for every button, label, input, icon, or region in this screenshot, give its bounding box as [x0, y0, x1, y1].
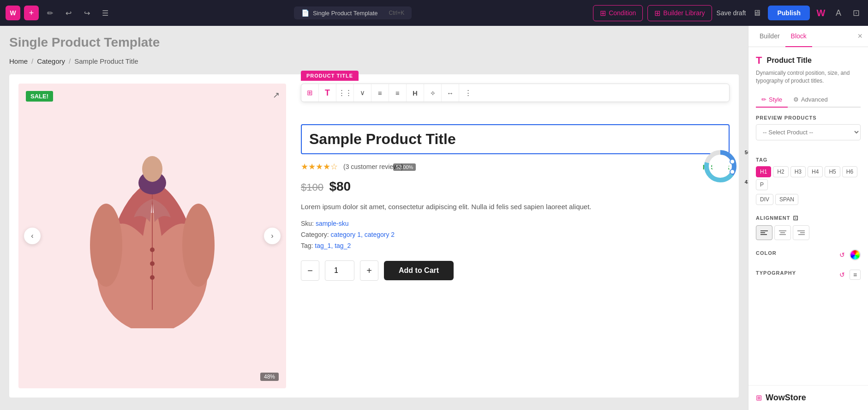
- svg-point-13: [730, 159, 735, 164]
- price-row: $100 $80: [301, 179, 730, 194]
- tag-div[interactable]: DIV: [756, 194, 773, 205]
- price-original: $100: [301, 181, 323, 193]
- toolbar-chevron-icon[interactable]: ∨: [354, 84, 371, 102]
- save-draft-button[interactable]: Save draft: [717, 9, 746, 17]
- next-image-button[interactable]: ›: [264, 228, 281, 244]
- rating-row: ★★★★☆ (3 customer reviews) In Stock: [301, 162, 730, 172]
- add-button[interactable]: +: [24, 6, 39, 20]
- donut-chart: [702, 148, 739, 185]
- donut-chart-container: 56.39% 43.61%: [702, 148, 739, 187]
- alignment-section: ALIGNMENT ⊡: [756, 214, 861, 240]
- prev-image-button[interactable]: ‹: [24, 228, 41, 244]
- align-center-button[interactable]: [774, 225, 791, 240]
- device-desktop-icon[interactable]: 🖥: [750, 6, 763, 19]
- add-to-cart-button[interactable]: Add to Cart: [384, 261, 454, 280]
- topbar-right: ⊞ Condition ⊞ Builder Library Save draft…: [593, 5, 862, 21]
- tag-p[interactable]: P: [756, 179, 768, 190]
- toolbar-grid-icon[interactable]: ⋮⋮: [336, 84, 354, 102]
- w-icon[interactable]: W: [814, 6, 827, 19]
- typography-section: TYPOGRAPHY ↺ ≡: [756, 270, 861, 280]
- tag-h3[interactable]: H3: [790, 166, 806, 177]
- advanced-icon: ⚙: [793, 96, 799, 103]
- svg-point-14: [730, 169, 735, 174]
- expand-icon[interactable]: ↗: [273, 90, 280, 100]
- sale-badge: SALE!: [26, 91, 53, 102]
- tag-h1[interactable]: H1: [756, 166, 771, 177]
- panel-close-button[interactable]: ×: [857, 31, 862, 41]
- breadcrumb-category[interactable]: Category: [37, 57, 65, 65]
- publish-button[interactable]: Publish: [768, 6, 810, 20]
- tag-h4[interactable]: H4: [808, 166, 823, 177]
- color-picker-button[interactable]: [850, 249, 861, 260]
- undo-button[interactable]: ↩: [61, 6, 76, 20]
- a-icon[interactable]: A: [832, 6, 845, 19]
- right-panel: Builder Block × T Product Title Dynamica…: [748, 26, 868, 410]
- subtab-style[interactable]: ✏ Style: [756, 92, 788, 108]
- tag-grid-2: DIV SPAN: [756, 194, 861, 205]
- toolbar-paint-icon[interactable]: ⟡: [424, 84, 442, 102]
- typography-settings-button[interactable]: ≡: [850, 270, 861, 280]
- product-description: Lorem ipsum dolor sit amet, consectetur …: [301, 201, 730, 212]
- breadcrumb-sep1: /: [31, 57, 33, 65]
- typography-reset-button[interactable]: ↺: [838, 270, 847, 279]
- product-title: Sample Product Title: [309, 131, 721, 148]
- product-image: [88, 144, 217, 328]
- typography-row: TYPOGRAPHY ↺ ≡: [756, 270, 861, 280]
- edit-button[interactable]: ✏: [42, 6, 57, 20]
- widget-title: Product Title: [766, 56, 812, 65]
- subtab-advanced[interactable]: ⚙ Advanced: [788, 92, 833, 108]
- svg-point-2: [150, 247, 155, 252]
- menu-button[interactable]: ☰: [98, 6, 113, 20]
- breadcrumb: Home / Category / Sample Product Title: [9, 57, 739, 65]
- tag-value[interactable]: tag_1, tag_2: [315, 242, 351, 249]
- toolbar-width-icon[interactable]: ↔: [442, 84, 459, 102]
- quantity-decrease-button[interactable]: −: [301, 260, 319, 281]
- toolbar-text-icon[interactable]: T: [319, 84, 336, 102]
- page-title: Single Product Template: [9, 35, 739, 50]
- align-right-button[interactable]: [793, 225, 809, 240]
- style-icon: ✏: [761, 96, 766, 103]
- tag-h2[interactable]: H2: [773, 166, 788, 177]
- product-sku: Sku: sample-sku: [301, 220, 730, 227]
- quantity-increase-button[interactable]: +: [360, 260, 378, 281]
- preview-product-select[interactable]: -- Select Product --: [756, 124, 861, 140]
- tag-h5[interactable]: H5: [825, 166, 840, 177]
- widget-icon: T: [756, 54, 762, 66]
- wowstore-logo-text: WowStore: [766, 393, 806, 403]
- redo-button[interactable]: ↪: [79, 6, 94, 20]
- breadcrumb-home[interactable]: Home: [9, 57, 28, 65]
- toolbar-align-left-icon[interactable]: ≡: [371, 84, 389, 102]
- toolbar-heading-icon[interactable]: H: [407, 84, 424, 102]
- toolbar-label: PRODUCT TITLE: [301, 71, 359, 81]
- wowstore-logo-icon: ⊞: [756, 393, 762, 402]
- toolbar-columns-icon[interactable]: ⊞: [301, 84, 319, 102]
- color-reset-button[interactable]: ↺: [838, 250, 847, 259]
- alignment-buttons: [756, 225, 861, 240]
- align-left-button[interactable]: [756, 225, 772, 240]
- topbar-center: 📄 Single Product Template Ctrl+K: [116, 6, 589, 19]
- condition-button[interactable]: ⊞ Condition: [593, 5, 643, 21]
- tag-section: TAG H1 H2 H3 H4 H5 H6 P DIV SPAN: [756, 157, 861, 205]
- color-row: COLOR ↺: [756, 249, 861, 260]
- tab-builder[interactable]: Builder: [754, 26, 785, 47]
- tab-block[interactable]: Block: [785, 26, 812, 47]
- donut-label-1: 56.39%: [745, 150, 748, 155]
- layout-icon[interactable]: ⊡: [850, 6, 862, 19]
- product-layout: SALE! ↗: [9, 74, 739, 398]
- category-value[interactable]: category 1, category 2: [331, 231, 395, 238]
- product-tag: Tag: tag_1, tag_2: [301, 242, 730, 249]
- svg-point-5: [90, 204, 122, 287]
- price-current: $80: [329, 179, 351, 193]
- breadcrumb-current: Sample Product Title: [74, 57, 138, 65]
- sku-value[interactable]: sample-sku: [316, 220, 349, 227]
- builder-library-button[interactable]: ⊞ Builder Library: [647, 5, 712, 21]
- tag-h6[interactable]: H6: [842, 166, 857, 177]
- file-tab[interactable]: 📄 Single Product Template Ctrl+K: [294, 6, 412, 19]
- typography-label: TYPOGRAPHY: [756, 270, 796, 276]
- toolbar-more-icon[interactable]: ⋮: [459, 84, 477, 102]
- quantity-input[interactable]: [325, 260, 354, 281]
- widget-description: Dynamically control position, size, and …: [756, 69, 861, 85]
- tag-span[interactable]: SPAN: [775, 194, 798, 205]
- panel-content: T Product Title Dynamically control posi…: [748, 47, 868, 385]
- toolbar-align-center-icon[interactable]: ≡: [389, 84, 407, 102]
